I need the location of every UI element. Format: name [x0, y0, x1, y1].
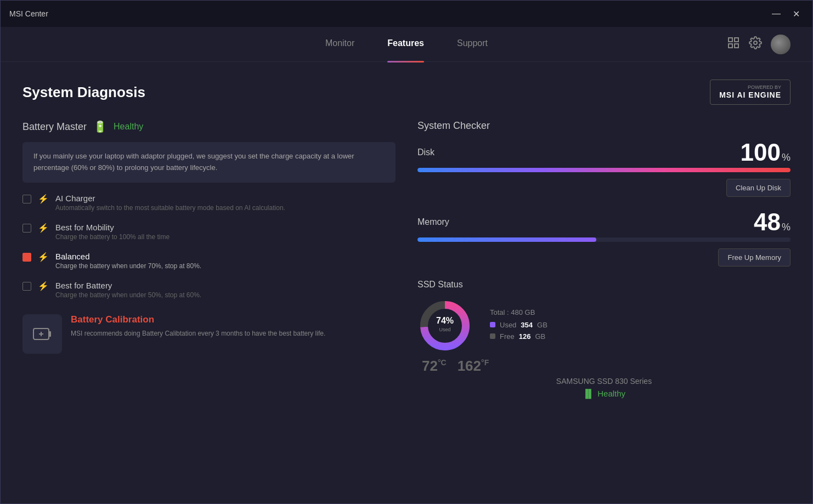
clean-disk-button[interactable]: Clean Up Disk: [726, 179, 791, 197]
best-mobility-name: Best for Mobility: [55, 223, 170, 232]
memory-label: Memory: [417, 217, 449, 227]
nav-actions: [727, 35, 791, 54]
ssd-title: SSD Status: [417, 280, 791, 290]
calibration-icon-box: [22, 314, 62, 354]
svg-rect-6: [49, 331, 51, 337]
title-bar: MSI Center — ✕: [1, 1, 812, 27]
tab-features[interactable]: Features: [387, 38, 424, 50]
balanced-checkbox[interactable]: [22, 253, 31, 262]
svg-rect-1: [735, 38, 738, 42]
calibration-text: Battery Calibration MSI recommends doing…: [71, 314, 325, 338]
ssd-health-label: Healthy: [597, 389, 625, 398]
memory-progress-container: [417, 237, 791, 242]
svg-point-4: [754, 41, 757, 44]
ai-charger-name: AI Charger: [55, 194, 285, 203]
balanced-content: Balanced Charge the battery when under 7…: [55, 252, 201, 270]
free-unit: GB: [535, 332, 545, 341]
nav-tabs: Monitor Features Support: [22, 38, 791, 50]
used-value: 354: [521, 321, 533, 329]
option-best-battery: ⚡ Best for Battery Charge the battery wh…: [22, 281, 396, 299]
memory-unit: %: [782, 222, 791, 233]
ssd-health-icon: ▐▌: [583, 389, 594, 398]
best-mobility-checkbox[interactable]: [22, 224, 31, 233]
balanced-desc: Charge the battery when under 70%, stop …: [55, 262, 201, 270]
best-battery-desc: Charge the battery when under 50%, stop …: [55, 291, 201, 299]
svg-rect-3: [735, 44, 738, 48]
system-checker-title: System Checker: [417, 120, 791, 132]
minimize-button[interactable]: —: [769, 6, 784, 21]
grid-icon[interactable]: [727, 36, 740, 52]
free-memory-button[interactable]: Free Up Memory: [718, 248, 791, 267]
balanced-icon: ⚡: [38, 252, 49, 262]
option-balanced: ⚡ Balanced Charge the battery when under…: [22, 252, 396, 270]
free-label: Free: [500, 332, 515, 341]
content-header: System Diagnosis POWERED BY MSI AI ENGIN…: [22, 80, 791, 105]
right-panel: System Checker Disk 100 % Clean Up: [417, 120, 791, 486]
ai-engine-name: MSI AI ENGINE: [719, 90, 781, 99]
ssd-name: SAMSUNG SSD 830 Series: [417, 377, 791, 386]
disk-label: Disk: [417, 148, 434, 157]
memory-section: Memory 48 % Free Up Memory: [417, 210, 791, 267]
main-window: MSI Center — ✕ Monitor Features Support: [0, 0, 813, 504]
page-title: System Diagnosis: [22, 84, 145, 101]
calibration-title: Battery Calibration: [71, 314, 325, 325]
ssd-used-row: Used 354 GB: [490, 321, 791, 329]
free-dot: [490, 333, 495, 339]
battery-icon: 🔋: [93, 120, 107, 133]
best-battery-checkbox[interactable]: [22, 282, 31, 291]
battery-calibration: Battery Calibration MSI recommends doing…: [22, 314, 396, 354]
disk-value: 100: [741, 140, 781, 165]
battery-info-text: If you mainly use your laptop with adapt…: [33, 152, 354, 172]
battery-options: ⚡ AI Charger Automatically switch to the…: [22, 194, 396, 299]
svg-text:Used: Used: [439, 327, 450, 332]
settings-icon[interactable]: [749, 36, 762, 52]
best-mobility-icon: ⚡: [38, 223, 49, 233]
ssd-section: SSD Status: [417, 280, 791, 398]
ssd-total: Total : 480 GB: [490, 308, 791, 316]
battery-info-box: If you mainly use your laptop with adapt…: [22, 142, 396, 183]
ssd-donut-chart: 74% Used: [417, 298, 472, 353]
ai-charger-desc: Automatically switch to the most suitabl…: [55, 204, 285, 212]
main-grid: Battery Master 🔋 Healthy If you mainly u…: [22, 120, 791, 486]
ai-engine-badge: POWERED BY MSI AI ENGINE: [710, 80, 791, 105]
ssd-health-status: ▐▌ Healthy: [417, 389, 791, 398]
calibration-desc: MSI recommends doing Battery Calibtation…: [71, 329, 325, 338]
close-button[interactable]: ✕: [788, 6, 804, 21]
disk-progress-bar: [417, 168, 791, 172]
option-best-mobility: ⚡ Best for Mobility Charge the battery t…: [22, 223, 396, 241]
best-mobility-desc: Charge the battery to 100% all the time: [55, 233, 170, 241]
disk-progress-container: [417, 168, 791, 172]
svg-text:74%: 74%: [436, 316, 454, 325]
ai-charger-icon: ⚡: [38, 194, 49, 204]
ssd-free-row: Free 126 GB: [490, 332, 791, 341]
content-area: System Diagnosis POWERED BY MSI AI ENGIN…: [1, 62, 812, 503]
ai-charger-checkbox[interactable]: [22, 195, 31, 203]
disk-unit: %: [782, 152, 791, 163]
balanced-name: Balanced: [55, 252, 201, 261]
best-mobility-content: Best for Mobility Charge the battery to …: [55, 223, 170, 241]
user-avatar[interactable]: [771, 35, 791, 54]
ssd-content: 74% Used Total : 480 GB Used 354 GB: [417, 298, 791, 353]
nav-bar: Monitor Features Support: [1, 27, 812, 62]
best-battery-icon: ⚡: [38, 281, 49, 291]
disk-section: Disk 100 % Clean Up Disk: [417, 140, 791, 197]
ssd-temp-c: 72°C: [422, 358, 447, 375]
battery-master-label: Battery Master: [22, 121, 87, 133]
svg-rect-2: [729, 44, 732, 48]
powered-by-label: POWERED BY: [719, 84, 781, 90]
window-title: MSI Center: [9, 9, 48, 18]
title-bar-controls: — ✕: [769, 6, 804, 21]
ssd-stats: Total : 480 GB Used 354 GB Free 126: [490, 308, 791, 344]
tab-monitor[interactable]: Monitor: [325, 38, 354, 50]
memory-value: 48: [754, 210, 781, 234]
used-label: Used: [500, 321, 516, 329]
best-battery-name: Best for Battery: [55, 281, 201, 290]
tab-support[interactable]: Support: [457, 38, 488, 50]
option-ai-charger: ⚡ AI Charger Automatically switch to the…: [22, 194, 396, 212]
used-unit: GB: [537, 321, 547, 329]
battery-status: Healthy: [114, 122, 143, 132]
free-value: 126: [519, 332, 531, 341]
used-dot: [490, 322, 495, 327]
memory-progress-bar: [417, 237, 596, 242]
best-battery-content: Best for Battery Charge the battery when…: [55, 281, 201, 299]
